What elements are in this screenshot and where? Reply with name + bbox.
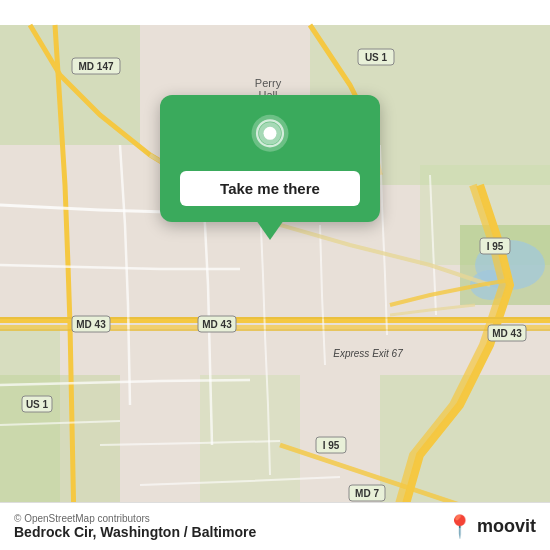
svg-text:US 1: US 1 — [365, 52, 388, 63]
svg-text:US 1: US 1 — [26, 399, 49, 410]
svg-text:MD 43: MD 43 — [76, 319, 106, 330]
location-pin-icon — [246, 113, 294, 161]
map-container: MD 147 US 1 Perry Hall I 95 MD 43 MD 43 … — [0, 0, 550, 550]
svg-text:Express Exit 67: Express Exit 67 — [333, 348, 403, 359]
moovit-logo: 📍 moovit — [446, 514, 536, 540]
bottom-info: © OpenStreetMap contributors Bedrock Cir… — [14, 513, 256, 540]
svg-text:MD 43: MD 43 — [202, 319, 232, 330]
svg-point-34 — [264, 127, 277, 140]
map-background: MD 147 US 1 Perry Hall I 95 MD 43 MD 43 … — [0, 0, 550, 550]
svg-text:MD 7: MD 7 — [355, 488, 379, 499]
location-title: Bedrock Cir, Washington / Baltimore — [14, 524, 256, 540]
moovit-pin-icon: 📍 — [446, 514, 473, 540]
svg-text:I 95: I 95 — [487, 241, 504, 252]
take-me-there-button[interactable]: Take me there — [180, 171, 360, 206]
bottom-bar: © OpenStreetMap contributors Bedrock Cir… — [0, 502, 550, 550]
popup-card: Take me there — [160, 95, 380, 222]
svg-text:I 95: I 95 — [323, 440, 340, 451]
svg-text:Perry: Perry — [255, 77, 282, 89]
svg-text:MD 147: MD 147 — [78, 61, 113, 72]
moovit-brand-text: moovit — [477, 516, 536, 537]
copyright-text: © OpenStreetMap contributors — [14, 513, 256, 524]
svg-text:MD 43: MD 43 — [492, 328, 522, 339]
